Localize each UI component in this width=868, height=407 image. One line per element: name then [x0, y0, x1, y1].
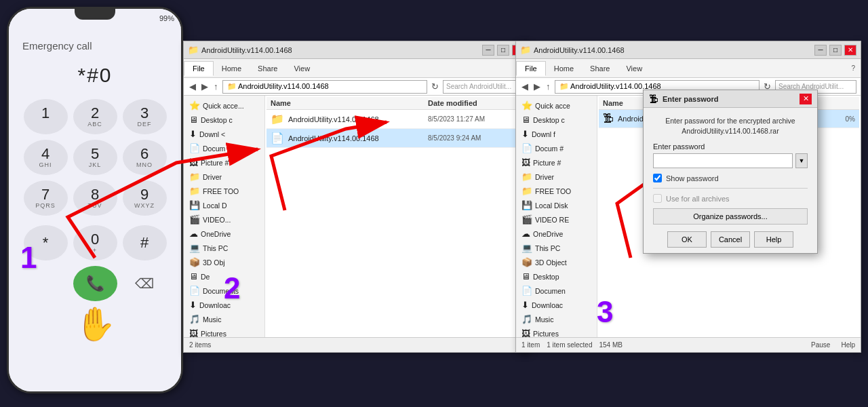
explorer2-tab-home[interactable]: Home — [546, 62, 582, 75]
s2-vid-icon: 🎬 — [521, 214, 532, 225]
explorer2-close-btn[interactable]: ✕ — [844, 45, 856, 56]
s2-dl-label: Downl f — [532, 130, 555, 138]
pwd-close-btn[interactable]: ✕ — [800, 94, 812, 104]
explorer2-window-controls: ─ □ ✕ — [814, 45, 856, 56]
explorer1-refresh-btn[interactable]: ↻ — [430, 80, 440, 93]
sidebar2-music[interactable]: 🎵 Music — [516, 312, 597, 326]
explorer2-pause-btn[interactable]: Pause — [811, 341, 830, 349]
pwd-organize-btn[interactable]: Organize passwords... — [653, 208, 808, 225]
phone-notch — [75, 9, 115, 20]
sidebar2-pics2[interactable]: 🖼 Pictures — [516, 326, 597, 337]
sidebar2-onedrive[interactable]: ☁ OneDrive — [516, 227, 597, 241]
explorer2-minimize-btn[interactable]: ─ — [814, 45, 827, 56]
s2-od-label: OneDrive — [533, 230, 563, 238]
sidebar2-localdisk[interactable]: 💾 Local Disk — [516, 198, 597, 212]
sidebar-item-quick-access[interactable]: ⭐ Quick acce... — [184, 98, 264, 113]
dl2-icon: ⬇ — [189, 300, 197, 310]
sidebar2-driver[interactable]: 📁 Driver — [516, 170, 597, 184]
explorer1-tab-file[interactable]: File — [184, 61, 214, 76]
explorer2-status-bar: 1 item 1 item selected 154 MB Pause Help — [516, 337, 861, 352]
explorer2-help-btn[interactable]: ? — [846, 64, 861, 72]
sidebar2-freetoo[interactable]: 📁 FREE TOO — [516, 184, 597, 198]
pwd-cancel-btn[interactable]: Cancel — [711, 231, 750, 248]
quick-access-icon: ⭐ — [189, 100, 200, 111]
explorer1-col-date: Date modified — [428, 99, 523, 107]
pwd-dropdown-btn[interactable]: ▼ — [795, 153, 808, 168]
s2-pc-icon: 💻 — [521, 243, 532, 253]
rar-file-icon: 🗜 — [603, 113, 614, 125]
explorer1-title: AndroidUtility.v114.00.1468 — [201, 46, 479, 54]
pwd-action-buttons: OK Cancel Help — [653, 231, 808, 248]
explorer1-minimize-btn[interactable]: ─ — [482, 45, 494, 56]
explorer1-tab-share[interactable]: Share — [250, 62, 285, 75]
sidebar-item-pics2[interactable]: 🖼 Pictures — [184, 326, 264, 337]
s2-3d-icon: 📦 — [521, 257, 532, 267]
step-3-label: 3 — [597, 295, 613, 329]
explorer2-tab-share[interactable]: Share — [582, 62, 618, 75]
explorer2-tab-file[interactable]: File — [516, 61, 546, 76]
pwd-show-checkbox[interactable] — [653, 174, 662, 182]
pwd-help-btn[interactable]: Help — [754, 231, 793, 248]
phone-icon: 📞 — [86, 275, 104, 292]
sidebar2-pictures[interactable]: 🖼 Picture # — [516, 155, 597, 170]
hand-gesture: 🤚 — [75, 308, 115, 341]
s2-qa-icon: ⭐ — [521, 100, 532, 111]
sidebar2-downloads[interactable]: ⬇ Downl f — [516, 127, 597, 141]
pwd-input-field[interactable] — [653, 153, 793, 168]
explorer1-search-input[interactable]: Search AndroidUtilit... — [443, 80, 524, 94]
explorer2-ribbon: File Home Share View ? — [516, 59, 861, 78]
pwd-use-all-checkbox[interactable] — [653, 194, 662, 203]
dial-code-display: *#0 — [77, 64, 112, 87]
explorer2-help-link[interactable]: Help — [841, 341, 855, 349]
pwd-ok-btn[interactable]: OK — [667, 231, 707, 248]
explorer1-title-bar: 📁 AndroidUtility.v114.00.1468 ─ □ ✕ — [184, 41, 528, 59]
pwd-title-text: Enter password — [663, 95, 800, 103]
sidebar2-3d[interactable]: 📦 3D Object — [516, 255, 597, 269]
pwd-use-all-row: Use for all archives — [653, 194, 808, 203]
explorer1-tab-home[interactable]: Home — [214, 62, 250, 75]
s2-dl2-label: Downloac — [532, 301, 563, 309]
explorer2-tab-view[interactable]: View — [618, 62, 650, 75]
explorer2-item-count: 1 item — [521, 341, 540, 349]
explorer1-tab-view[interactable]: View — [285, 62, 318, 75]
explorer2-back-btn[interactable]: ◀ — [520, 80, 530, 93]
sidebar2-desktop2[interactable]: 🖥 Desktop — [516, 269, 597, 284]
explorer1-path-text: 📁 AndroidUtility.v114.00.1468 — [227, 82, 329, 91]
s2-pic-icon: 🖼 — [521, 157, 530, 168]
explorer1-up-btn[interactable]: ↑ — [212, 80, 220, 93]
explorer2-folder-icon: 📁 — [520, 45, 531, 55]
sidebar2-thispc[interactable]: 💻 This PC — [516, 241, 597, 255]
step-1-label: 1 — [20, 241, 37, 275]
explorer1-maximize-btn[interactable]: □ — [497, 45, 509, 56]
explorer2-selected-info: 1 item selected — [547, 341, 592, 349]
sidebar2-desktop[interactable]: 🖥 Desktop c — [516, 113, 597, 127]
explorer2-up-btn[interactable]: ↑ — [545, 80, 552, 93]
explorer2-forward-btn[interactable]: ▶ — [532, 80, 542, 93]
file-1-date: 8/5/2023 11:27 AM — [428, 115, 523, 123]
desktop2-label: De — [201, 273, 210, 281]
s2-mus-label: Music — [535, 315, 553, 324]
s2-ftoo-icon: 📁 — [521, 186, 532, 196]
sidebar2-quick-access[interactable]: ⭐ Quick acce — [516, 98, 597, 113]
pwd-input-row: ▼ — [653, 153, 808, 168]
s2-dl-icon: ⬇ — [521, 129, 529, 139]
explorer1-item-count: 2 items — [189, 341, 211, 349]
sidebar2-dl2[interactable]: ⬇ Downloac — [516, 298, 597, 312]
music-label: Music — [203, 315, 221, 324]
sidebar2-documents[interactable]: 📄 Docum # — [516, 141, 597, 155]
explorer1-back-btn[interactable]: ◀ — [188, 80, 197, 93]
explorer2-maximize-btn[interactable]: □ — [829, 45, 842, 56]
explorer1-address-bar: ◀ ▶ ↑ 📁 AndroidUtility.v114.00.1468 ↻ Se… — [184, 78, 528, 96]
explorer1-address-path[interactable]: 📁 AndroidUtility.v114.00.1468 — [222, 80, 428, 94]
sidebar-item-music[interactable]: 🎵 Music — [184, 312, 264, 326]
pwd-show-password-row: Show password — [653, 174, 808, 182]
s2-od-icon: ☁ — [521, 229, 530, 239]
s2-qa-label: Quick acce — [535, 102, 570, 110]
s2-3d-label: 3D Object — [535, 258, 567, 267]
pwd-input-label: Enter password — [653, 142, 808, 151]
sidebar2-video[interactable]: 🎬 VIDEO RE — [516, 212, 597, 227]
sidebar2-docs2[interactable]: 📄 Documen — [516, 284, 597, 298]
pwd-divider — [653, 188, 808, 189]
s2-doc-icon: 📄 — [521, 143, 532, 153]
explorer1-forward-btn[interactable]: ▶ — [200, 80, 210, 93]
